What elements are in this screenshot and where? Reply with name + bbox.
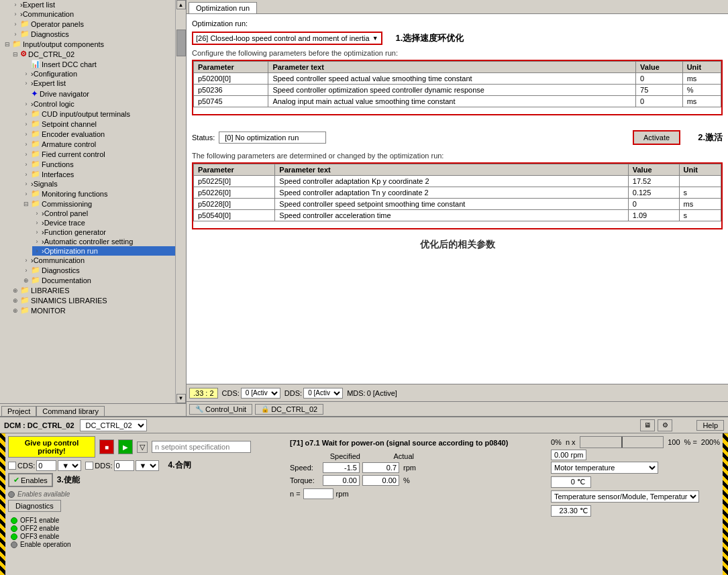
st-col: Specified Actual Speed: rpm Torque: <box>290 452 416 486</box>
content-area: Optimization run: [26] Closed-loop speed… <box>187 14 728 384</box>
cds-input[interactable] <box>36 460 56 471</box>
diagnostics-row: Diagnostics <box>8 500 284 512</box>
param-text: Speed controller acceleration time <box>275 210 628 221</box>
tree-item-monitoring[interactable]: › 📁 Monitoring functions <box>21 189 175 199</box>
cds-label: CDS: <box>17 462 35 470</box>
tree-item-sinamics[interactable]: ⊕ 📁 SINAMICS LIBRARIES <box>11 295 175 305</box>
dds-checkbox[interactable] <box>85 462 93 470</box>
param-unit: ms <box>682 73 721 85</box>
tab-command-library[interactable]: Command library <box>36 406 105 416</box>
table-row: p50540[0] Speed controller acceleration … <box>194 210 721 221</box>
param-value[interactable]: 0 <box>636 96 683 107</box>
gauge-pct-label: % = <box>684 438 697 446</box>
tree-item-auto-controller[interactable]: › › Automatic controller setting <box>32 237 175 246</box>
give-up-button[interactable]: Give up control priority! <box>8 436 95 458</box>
tree-item-documentation[interactable]: ⊕ 📁 Documentation <box>21 275 175 285</box>
triangle-button[interactable]: ▽ <box>137 441 148 453</box>
tree-item-interfaces[interactable]: › 📁 Interfaces <box>21 169 175 179</box>
dropdown-value: [26] Closed-loop speed control and momen… <box>196 34 370 42</box>
mds-label: MDS: <box>347 389 366 397</box>
folder-icon: 📁 <box>12 40 21 48</box>
tree-item-communication-2[interactable]: › › Communication <box>21 256 175 265</box>
tree-item-expert-list-1[interactable]: › › Expert list <box>11 0 175 9</box>
tree-item-control-panel[interactable]: › › Control panel <box>32 209 175 218</box>
scroll-down-arrow[interactable]: ▼ <box>176 394 186 403</box>
n-label: n = <box>290 490 301 498</box>
monitor-icon-btn[interactable]: 🖥 <box>640 419 655 431</box>
tree-item-control-logic[interactable]: › › Control logic <box>21 99 175 109</box>
chinese-label-1: 1.选择速度环优化 <box>396 32 464 44</box>
tree-item-dc-ctrl[interactable]: ⊟ ⚙ DC_CTRL_02 <box>11 49 175 59</box>
tree-item-libraries[interactable]: ⊕ 📁 LIBRARIES <box>11 285 175 295</box>
tab-dc-ctrl[interactable]: 🔒 DC_CTRL_02 <box>255 404 323 415</box>
tree-item-setpoint[interactable]: › 📁 Setpoint channel <box>21 119 175 129</box>
settings-icon-btn[interactable]: ⚙ <box>658 419 672 431</box>
scroll-thumb[interactable] <box>176 30 186 56</box>
tree-item-insert-dcc[interactable]: 📊 Insert DCC chart <box>21 59 175 69</box>
torque-specified-input[interactable] <box>323 475 360 486</box>
tree-item-field-current[interactable]: › 📁 Fied current control <box>21 149 175 159</box>
dcm-dropdown[interactable]: DC_CTRL_02 <box>80 419 147 431</box>
speed-actual-input[interactable] <box>362 462 399 473</box>
activate-button[interactable]: Activate <box>633 130 680 145</box>
tree-label: Insert DCC chart <box>42 60 97 68</box>
right-panel: Optimization run Optimization run: [26] … <box>187 0 728 416</box>
torque-actual-input[interactable] <box>362 475 399 486</box>
cds-select[interactable]: 0 [Activ <box>241 388 280 399</box>
tree-item-drive-navigator[interactable]: ✦ Drive navigator <box>21 88 175 99</box>
temp-sensor-select[interactable]: Temperature sensor/Module, Temperatur <box>551 490 699 503</box>
tree-label: Fied current control <box>42 150 105 158</box>
speed-specified-input[interactable] <box>323 462 360 473</box>
tree-item-diagnostics-1[interactable]: › 📁 Diagnostics <box>11 29 175 39</box>
dds-dropdown[interactable]: ▼ <box>136 460 159 471</box>
tree-item-signals[interactable]: › › Signals <box>21 179 175 189</box>
cds-dropdown[interactable]: ▼ <box>58 460 81 471</box>
tab-project[interactable]: Project <box>1 406 36 416</box>
tree-scrollbar[interactable]: ▲ ▼ <box>175 0 186 403</box>
param-value[interactable]: 75 <box>636 85 683 96</box>
n-input[interactable] <box>303 488 333 499</box>
tree-item-device-trace[interactable]: › › Device trace <box>32 218 175 227</box>
dds-select[interactable]: 0 [Activ <box>303 388 343 399</box>
tab-optimization-run[interactable]: Optimization run <box>189 2 257 13</box>
param-id: p50200[0] <box>194 73 268 85</box>
optimization-dropdown[interactable]: [26] Closed-loop speed control and momen… <box>192 32 382 45</box>
tree-item-functions[interactable]: › 📁 Functions <box>21 159 175 169</box>
stop-button[interactable]: ■ <box>99 439 114 454</box>
run-button[interactable]: ▶ <box>118 439 133 454</box>
enables-row: ✔ Enables 3.使能 <box>8 473 284 487</box>
scroll-up-arrow[interactable]: ▲ <box>176 0 186 9</box>
tree-item-monitor[interactable]: ⊕ 📁 MONITOR <box>11 305 175 315</box>
tab-control-unit[interactable]: 🔧 Control_Unit <box>189 404 252 415</box>
diagnostics-button[interactable]: Diagnostics <box>8 500 61 512</box>
folder-icon: 📁 <box>31 140 40 148</box>
tree-item-encoder[interactable]: › 📁 Encoder evaluation <box>21 129 175 139</box>
enables-button[interactable]: ✔ Enables <box>8 473 53 487</box>
tree-item-function-generator[interactable]: › › Function generator <box>32 227 175 237</box>
tree-item-communication-1[interactable]: › › Communication <box>11 9 175 19</box>
dcm-row2: CDS: ▼ DDS: ▼ 4.合闸 <box>8 460 284 471</box>
setpoint-input[interactable] <box>152 441 251 453</box>
stop-icon: ■ <box>105 443 109 451</box>
param-unit: s <box>679 187 721 199</box>
tree-item-expert-list-2[interactable]: › › Expert list <box>21 79 175 88</box>
tree-item-diagnostics-2[interactable]: › 📁 Diagnostics <box>21 265 175 275</box>
tree-item-cud[interactable]: › 📁 CUD input/output terminals <box>21 109 175 119</box>
tree-item-commissioning[interactable]: ⊟ 📁 Commissioning <box>21 199 175 209</box>
gauge-200-label: 200% <box>701 438 720 446</box>
folder-icon: 📁 <box>31 189 40 198</box>
param-text: Analog input main actual value smoothing… <box>268 96 636 107</box>
param-value[interactable]: 0 <box>636 73 683 85</box>
cds-checkbox[interactable] <box>8 462 16 470</box>
tree-item-configuration[interactable]: › › Configuration <box>21 69 175 79</box>
param-id: p50236 <box>194 85 268 96</box>
status-bar: .33 : 2 CDS: 0 [Activ DDS: 0 [Activ MDS: <box>187 384 728 401</box>
tree-item-io-components[interactable]: ⊟ 📁 Input/output components <box>3 39 175 49</box>
tree-item-armature[interactable]: › 📁 Armature control <box>21 139 175 149</box>
folder-icon: 📁 <box>31 276 40 284</box>
help-button[interactable]: Help <box>696 420 724 431</box>
tree-item-operator-panels[interactable]: › 📁 Operator panels <box>11 19 175 29</box>
tree-item-optimization-run[interactable]: › › Optimization run <box>32 246 175 256</box>
dds-input[interactable] <box>114 460 134 471</box>
motor-temp-select[interactable]: Motor temperature <box>551 462 658 474</box>
